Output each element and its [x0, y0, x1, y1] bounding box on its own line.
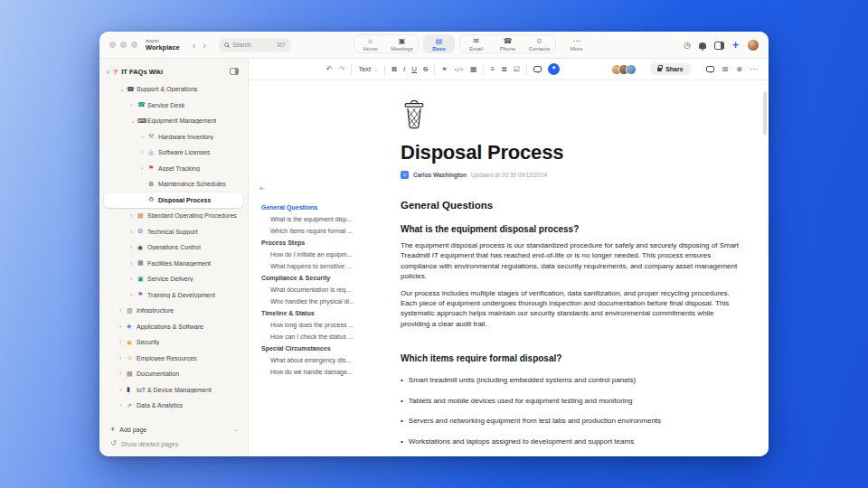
checklist-button[interactable]: ☑	[514, 65, 520, 74]
chevron-right-icon[interactable]: ›	[119, 402, 127, 408]
sidebar-item-facilities-management[interactable]: ›▦Facilities Management	[99, 256, 248, 272]
tab-meetings[interactable]: ▣Meetings	[386, 35, 418, 52]
notifications-bell-icon[interactable]	[699, 42, 706, 49]
chevron-down-icon[interactable]: ⌄	[233, 426, 239, 433]
chevron-right-icon[interactable]: ›	[119, 307, 127, 314]
toc-item-how-do-we-handle-damage[interactable]: How do we handle damage...	[258, 366, 393, 378]
undo-icon[interactable]: ↶	[326, 65, 333, 74]
sidebar-item-training-development[interactable]: ›⚑Training & Development	[99, 287, 248, 304]
sidebar-toggle-icon[interactable]	[714, 42, 724, 50]
chevron-right-icon[interactable]: ›	[141, 134, 148, 140]
sidebar-item-service-desk[interactable]: ›☎Service Desk	[99, 98, 248, 114]
forward-icon[interactable]: ›	[203, 41, 206, 50]
comments-panel-icon[interactable]	[706, 66, 714, 72]
user-avatar[interactable]	[747, 39, 760, 52]
toc-item-what-happens-to-sensitive[interactable]: What happens to sensitive ...	[258, 260, 393, 272]
sidebar-collapse-icon[interactable]	[230, 68, 239, 75]
chevron-right-icon[interactable]: ›	[119, 324, 127, 330]
bulleted-list-button[interactable]: ≡	[490, 65, 495, 74]
chevron-right-icon[interactable]: ›	[141, 149, 148, 155]
new-item-plus-icon[interactable]: +	[732, 41, 739, 50]
chevron-down-icon[interactable]: ⌄	[130, 117, 137, 125]
sidebar-item-data-analytics[interactable]: ›↗Data & Analytics	[99, 398, 248, 414]
toc-collapse-icon[interactable]: ⇤	[259, 184, 266, 192]
insert-table-button[interactable]: ▦	[470, 65, 477, 74]
tab-more[interactable]: ⋯More	[561, 34, 592, 53]
close-button[interactable]	[109, 42, 116, 48]
sidebar-item-security[interactable]: ›◉Security	[99, 334, 248, 351]
chevron-down-icon[interactable]: ⌄	[119, 86, 127, 93]
scrollbar[interactable]	[763, 91, 767, 135]
bold-button[interactable]: B	[392, 65, 397, 74]
toc-item-what-documentation-is-req[interactable]: What documentation is req...	[258, 284, 393, 296]
sidebar-item-hardware-inventory[interactable]: ›⚒Hardware Inventory	[99, 129, 248, 145]
toc-item-how-long-does-the-process[interactable]: How long does the process ...	[258, 319, 393, 331]
minimize-button[interactable]	[120, 42, 127, 48]
toc-item-what-is-the-equipment-disp[interactable]: What is the equipment disp...	[258, 213, 393, 225]
chevron-right-icon[interactable]: ›	[119, 387, 127, 393]
sidebar-item-applications-software[interactable]: ›◈Applications & Software	[99, 319, 248, 335]
collaborator-avatar[interactable]	[626, 64, 637, 75]
sidebar-item-iot-device-management[interactable]: ›▮IoT & Device Management	[99, 382, 248, 399]
redo-icon[interactable]: ↷	[339, 65, 345, 74]
sidebar-item-standard-operating-procedures[interactable]: ›▤Standard Operating Procedures	[99, 208, 248, 224]
sidebar-item-software-licenses[interactable]: ›◎Software Licenses	[99, 145, 248, 161]
apps-grid-icon[interactable]: ⊞	[722, 65, 729, 74]
toc-item-timeline-status[interactable]: Timeline & Status	[258, 307, 393, 319]
toc-item-how-can-i-check-the-status[interactable]: How can I check the status ...	[258, 331, 393, 343]
numbered-list-button[interactable]: ≣	[501, 65, 507, 74]
history-clock-icon[interactable]: ◷	[684, 41, 691, 50]
show-deleted-pages-button[interactable]: ↺ Show deleted pages	[99, 436, 248, 451]
sidebar-item-employee-resources[interactable]: ›☺Employee Resources	[99, 351, 248, 367]
sidebar-item-documentation[interactable]: ›▤Documentation	[99, 366, 248, 382]
chevron-right-icon[interactable]: ›	[130, 276, 137, 282]
toc-item-which-items-require-formal[interactable]: Which items require formal ...	[258, 225, 393, 237]
sidebar-item-infrastructure[interactable]: ›▥Infrastructure	[99, 303, 248, 319]
chevron-right-icon[interactable]: ›	[119, 355, 127, 361]
sidebar-back-icon[interactable]: ‹	[107, 68, 109, 76]
sidebar-item-support-operations[interactable]: ⌄☎Support & Operations	[99, 81, 248, 98]
toc-item-compliance-security[interactable]: Compliance & Security	[258, 272, 393, 284]
chevron-right-icon[interactable]: ›	[130, 244, 137, 250]
strikethrough-button[interactable]: S	[423, 65, 428, 74]
chevron-right-icon[interactable]: ›	[141, 165, 148, 172]
add-page-button[interactable]: + Add page ⌄	[99, 422, 248, 436]
chevron-right-icon[interactable]: ›	[130, 102, 137, 108]
tab-home[interactable]: ⌂Home	[354, 35, 386, 52]
code-button[interactable]: </>	[454, 65, 464, 74]
tab-docs[interactable]: ▤Docs	[423, 34, 455, 53]
comment-button[interactable]	[533, 66, 542, 72]
chevron-right-icon[interactable]: ›	[119, 339, 127, 345]
more-options-icon[interactable]: ⋯	[750, 65, 758, 74]
globe-icon[interactable]: ⊕	[736, 65, 742, 74]
sidebar-item-maintenance-schedules[interactable]: ⚙Maintenance Schedules	[99, 176, 248, 192]
search-input[interactable]: Search ⌘F	[219, 38, 291, 52]
back-icon[interactable]: ‹	[193, 41, 196, 50]
chevron-right-icon[interactable]: ›	[130, 212, 137, 219]
chevron-right-icon[interactable]: ›	[119, 371, 127, 377]
toc-item-general-questions[interactable]: General Questions	[258, 202, 393, 213]
toc-item-who-handles-the-physical-di[interactable]: Who handles the physical di...	[258, 296, 393, 307]
text-style-dropdown[interactable]: Text⌄	[358, 65, 378, 73]
sidebar-item-disposal-process[interactable]: ♻Disposal Process	[104, 192, 243, 209]
ai-assistant-button[interactable]: *	[548, 63, 560, 75]
italic-button[interactable]: I	[403, 65, 405, 74]
chevron-right-icon[interactable]: ›	[130, 292, 137, 298]
toc-item-special-circumstances[interactable]: Special Circumstances	[258, 343, 393, 354]
toc-item-what-about-emergency-dis[interactable]: What about emergency dis...	[258, 354, 393, 366]
chevron-right-icon[interactable]: ›	[130, 260, 137, 267]
sidebar-item-technical-support[interactable]: ›⚙Technical Support	[99, 224, 248, 240]
zoom-button[interactable]	[131, 42, 137, 48]
sidebar-item-service-delivery[interactable]: ›▣Service Delivery	[99, 271, 248, 287]
chevron-right-icon[interactable]: ›	[130, 229, 137, 235]
sidebar-item-operations-control[interactable]: ›◉Operations Control	[99, 239, 248, 256]
sidebar-item-equipment-management[interactable]: ⌄⌨Equipment Management	[99, 113, 248, 129]
underline-button[interactable]: U	[411, 65, 417, 74]
sidebar-item-asset-tracking[interactable]: ›⚑Asset Tracking	[99, 161, 248, 177]
toc-item-how-do-i-initiate-an-equipm[interactable]: How do I initiate an equipm...	[258, 249, 393, 260]
link-button[interactable]: ⚭	[441, 65, 448, 74]
tab-email[interactable]: ✉Email	[460, 35, 492, 52]
toc-item-process-steps[interactable]: Process Steps	[258, 237, 393, 249]
share-button[interactable]: Share	[650, 63, 690, 75]
tab-phone[interactable]: ☎Phone	[492, 35, 524, 52]
